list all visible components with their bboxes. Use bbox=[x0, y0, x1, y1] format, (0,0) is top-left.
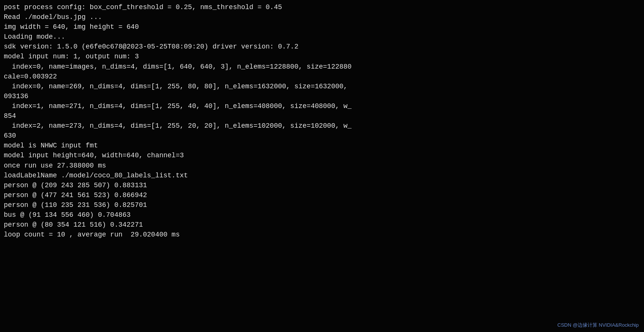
watermark: CSDN @边缘计算 NVIDIA&Rockchip bbox=[557, 322, 639, 329]
terminal-line: index=0, name=images, n_dims=4, dims=[1,… bbox=[4, 62, 640, 72]
terminal-line: 854 bbox=[4, 111, 640, 121]
terminal-line: once run use 27.388000 ms bbox=[4, 161, 640, 171]
terminal-line: model input height=640, width=640, chann… bbox=[4, 150, 640, 160]
terminal-line: person @ (110 235 231 536) 0.825701 bbox=[4, 200, 640, 210]
terminal-line: sdk version: 1.5.0 (e6fe0c678@2023-05-25… bbox=[4, 42, 640, 52]
terminal-line: cale=0.003922 bbox=[4, 72, 640, 81]
terminal-line: 630 bbox=[4, 131, 640, 141]
terminal-line: img width = 640, img height = 640 bbox=[4, 22, 640, 32]
terminal-line: model input num: 1, output num: 3 bbox=[4, 52, 640, 61]
terminal-output: post process config: box_conf_threshold … bbox=[4, 2, 640, 240]
terminal-line: person @ (477 241 561 523) 0.866942 bbox=[4, 190, 640, 200]
terminal-line: Read ./model/bus.jpg ... bbox=[4, 12, 640, 22]
terminal-line: Loading mode... bbox=[4, 32, 640, 42]
terminal-line: model is NHWC input fmt bbox=[4, 141, 640, 150]
terminal-window: post process config: box_conf_threshold … bbox=[0, 0, 644, 332]
terminal-line: index=2, name=273, n_dims=4, dims=[1, 25… bbox=[4, 121, 640, 131]
terminal-line: person @ (209 243 285 507) 0.883131 bbox=[4, 180, 640, 190]
terminal-line: loop count = 10 , average run 29.020400 … bbox=[4, 230, 640, 240]
terminal-line: 093136 bbox=[4, 91, 640, 101]
terminal-line: person @ (80 354 121 516) 0.342271 bbox=[4, 220, 640, 230]
terminal-line: loadLabelName ./model/coco_80_labels_lis… bbox=[4, 171, 640, 180]
terminal-line: post process config: box_conf_threshold … bbox=[4, 2, 640, 12]
terminal-line: index=0, name=269, n_dims=4, dims=[1, 25… bbox=[4, 81, 640, 91]
terminal-line: bus @ (91 134 556 460) 0.704863 bbox=[4, 210, 640, 220]
terminal-line: index=1, name=271, n_dims=4, dims=[1, 25… bbox=[4, 101, 640, 111]
